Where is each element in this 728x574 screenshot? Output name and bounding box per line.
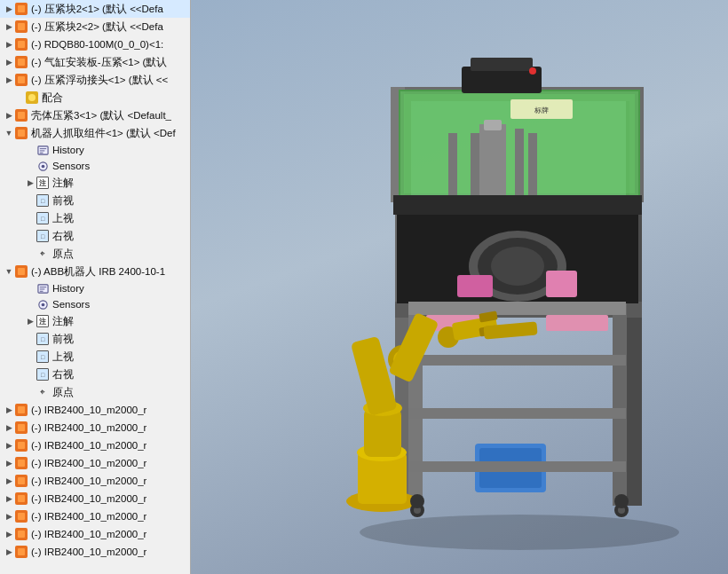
assembly-icon (25, 90, 39, 105)
component-icon (14, 509, 28, 523)
tree-item[interactable]: ▶(-) 压紧块2<1> (默认 <<Defa (0, 0, 190, 18)
svg-rect-44 (457, 275, 493, 297)
component-icon (14, 545, 28, 559)
tree-arrow: ▶ (4, 40, 14, 49)
tree-item-label: 前视 (52, 333, 74, 346)
tree-item[interactable]: ▼机器人抓取组件<1> (默认 <Def (0, 124, 190, 142)
feature-tree[interactable]: ▶(-) 压紧块2<1> (默认 <<Defa▶(-) 压紧块2<2> (默认 … (0, 0, 191, 574)
3d-machine-view: 标牌 (253, 18, 724, 559)
tree-item[interactable]: ⌖原点 (0, 245, 190, 263)
annotation-icon: 注 (36, 176, 50, 190)
tree-arrow: ▼ (4, 267, 14, 276)
svg-text:标牌: 标牌 (534, 106, 549, 114)
tree-item-label: (-) IRB2400_10_m2000_r (31, 440, 146, 451)
history-icon (36, 144, 50, 156)
tree-item-label: Sensors (52, 161, 90, 171)
tree-item-label: (-) 压紧块2<2> (默认 <<Defa (31, 20, 163, 34)
tree-item[interactable]: ▶(-) IRB2400_10_m2000_r (0, 507, 190, 525)
tree-item-label: 原点 (52, 386, 74, 399)
svg-rect-30 (393, 195, 642, 215)
tree-item[interactable]: ▶注注解 (0, 174, 190, 192)
tree-item[interactable]: □上视 (0, 209, 190, 227)
tree-item[interactable]: ▶(-) IRB2400_10_m2000_r (0, 525, 190, 543)
tree-item-label: (-) IRB2400_10_m2000_r (31, 529, 146, 539)
svg-rect-45 (546, 271, 577, 297)
tree-item-label: 原点 (52, 248, 74, 261)
tree-item-label: (-) 压紧浮动接头<1> (默认 << (31, 74, 168, 87)
tree-arrow: ▶ (4, 512, 14, 521)
component-icon (14, 126, 28, 140)
tree-item[interactable]: ▶(-) IRB2400_10_m2000_r (0, 472, 190, 490)
tree-item[interactable]: History (0, 280, 190, 296)
3d-viewport[interactable]: 标牌 (191, 0, 728, 574)
view-icon: □ (36, 332, 50, 346)
sensors-icon (36, 160, 50, 172)
svg-rect-33 (484, 120, 502, 130)
tree-item-label: History (52, 283, 84, 294)
tree-item[interactable]: ▼(-) ABB机器人 IRB 2400-10-1 (0, 263, 190, 280)
component-icon (14, 456, 28, 470)
tree-item[interactable]: Sensors (0, 158, 190, 174)
tree-item-label: (-) 压紧块2<1> (默认 <<Defa (31, 3, 163, 16)
annotation-icon: 注 (36, 314, 50, 328)
tree-item[interactable]: ▶(-) 气缸安装板-压紧<1> (默认 (0, 53, 190, 71)
tree-item[interactable]: ▶(-) IRB2400_10_m2000_r (0, 401, 190, 419)
svg-rect-49 (408, 355, 626, 366)
tree-item-label: 壳体压紧3<1> (默认 <Default_ (31, 109, 171, 122)
tree-item-label: 上视 (52, 350, 74, 364)
tree-item-label: Sensors (52, 299, 90, 310)
tree-arrow: ▶ (25, 317, 36, 326)
view-icon: □ (36, 367, 50, 381)
tree-item[interactable]: ▶(-) IRB2400_10_m2000_r (0, 543, 190, 561)
tree-item-label: (-) ABB机器人 IRB 2400-10-1 (31, 265, 165, 279)
tree-item-label: 配合 (42, 91, 63, 105)
tree-arrow: ▶ (4, 530, 14, 539)
tree-arrow: ▶ (4, 459, 14, 468)
tree-item[interactable]: ⌖原点 (0, 383, 190, 401)
view-icon: □ (36, 193, 50, 208)
tree-item[interactable]: ▶(-) IRB2400_10_m2000_r (0, 419, 190, 436)
tree-item[interactable]: Sensors (0, 296, 190, 312)
tree-item-label: (-) IRB2400_10_m2000_r (31, 458, 146, 468)
svg-point-27 (529, 67, 536, 75)
svg-rect-37 (528, 133, 537, 195)
component-icon (14, 527, 28, 541)
component-icon (14, 491, 28, 506)
tree-arrow: ▶ (4, 58, 14, 67)
tree-item[interactable]: ▶(-) RDQB80-100M(0_0_0)<1: (0, 35, 190, 53)
tree-item-label: 注解 (52, 177, 74, 190)
tree-item[interactable]: □前视 (0, 330, 190, 348)
tree-item-label: (-) IRB2400_10_m2000_r (31, 546, 146, 557)
tree-item[interactable]: ▶(-) 压紧浮动接头<1> (默认 << (0, 71, 190, 89)
tree-arrow: ▶ (4, 494, 14, 503)
origin-icon: ⌖ (36, 247, 50, 261)
svg-point-70 (410, 494, 424, 508)
tree-item[interactable]: 配合 (0, 89, 190, 106)
tree-item[interactable]: ▶(-) IRB2400_10_m2000_r (0, 454, 190, 472)
tree-item[interactable]: ▶(-) IRB2400_10_m2000_r (0, 490, 190, 507)
component-icon (14, 421, 28, 435)
tree-arrow: ▶ (4, 476, 14, 485)
tree-item[interactable]: ▶注注解 (0, 312, 190, 330)
tree-item[interactable]: □前视 (0, 192, 190, 209)
tree-item-label: History (52, 145, 84, 155)
component-icon (14, 73, 28, 87)
tree-arrow: ▶ (4, 423, 14, 432)
svg-rect-26 (471, 58, 533, 71)
svg-point-12 (360, 515, 679, 550)
tree-item[interactable]: History (0, 142, 190, 158)
component-icon (14, 108, 28, 122)
svg-point-43 (491, 247, 544, 286)
tree-arrow: ▼ (4, 129, 14, 138)
svg-point-11 (41, 303, 44, 306)
tree-item[interactable]: ▶(-) 压紧块2<2> (默认 <<Defa (0, 18, 190, 35)
tree-item[interactable]: ▶(-) IRB2400_10_m2000_r (0, 436, 190, 454)
tree-item[interactable]: ▶壳体压紧3<1> (默认 <Default_ (0, 106, 190, 124)
tree-item-label: 机器人抓取组件<1> (默认 <Def (31, 127, 176, 140)
tree-item[interactable]: □上视 (0, 348, 190, 366)
tree-item[interactable]: □右视 (0, 227, 190, 245)
tree-item-label: (-) IRB2400_10_m2000_r (31, 405, 146, 415)
component-icon (14, 2, 28, 16)
tree-arrow: ▶ (4, 75, 14, 84)
tree-item[interactable]: □右视 (0, 366, 190, 383)
